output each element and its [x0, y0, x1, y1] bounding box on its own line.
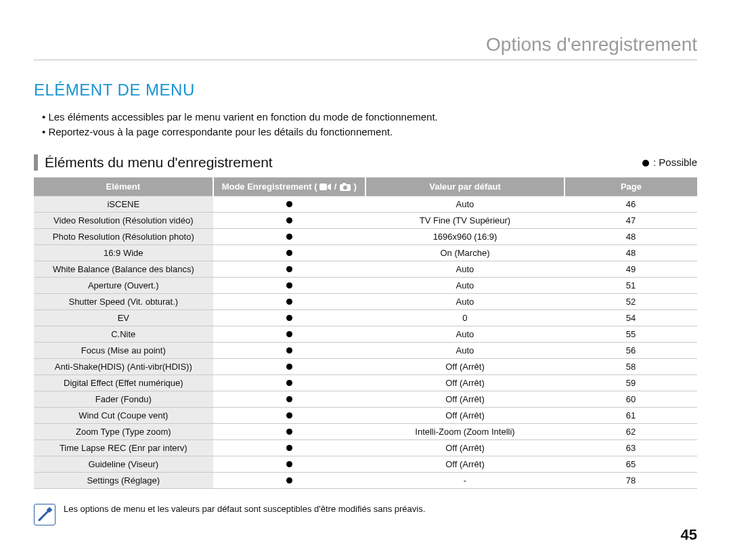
possible-dot-icon [286, 250, 292, 256]
col-mode-prefix: Mode Enregistrement ( [222, 181, 317, 192]
cell-element: Guideline (Viseur) [34, 456, 213, 472]
table-row: Fader (Fondu)Off (Arrêt)60 [34, 391, 697, 407]
cell-page: 48 [564, 228, 697, 244]
cell-page: 49 [564, 261, 697, 277]
cell-mode [213, 293, 366, 309]
cell-mode [213, 374, 366, 391]
svg-rect-0 [319, 184, 327, 190]
cell-mode [213, 391, 366, 407]
cell-page: 56 [564, 342, 697, 358]
cell-element: Video Resolution (Résolution vidéo) [34, 212, 213, 228]
page-number: 45 [681, 526, 697, 544]
col-mode: Mode Enregistrement ( / ) [213, 177, 366, 196]
table-row: 16:9 WideOn (Marche)48 [34, 244, 697, 261]
cell-element: Aperture (Ouvert.) [34, 277, 213, 293]
table-row: EV054 [34, 309, 697, 326]
table-row: Video Resolution (Résolution vidéo)TV Fi… [34, 212, 697, 228]
cell-mode [213, 277, 366, 293]
cell-element: 16:9 Wide [34, 244, 213, 261]
cell-element: Anti-Shake(HDIS) (Anti-vibr(HDIS)) [34, 358, 213, 374]
cell-default: On (Marche) [366, 244, 564, 261]
cell-page: 61 [564, 407, 697, 423]
possible-dot-icon [286, 461, 292, 467]
cell-element: Wind Cut (Coupe vent) [34, 407, 213, 423]
table-row: iSCENEAuto46 [34, 196, 697, 212]
table-row: Wind Cut (Coupe vent)Off (Arrêt)61 [34, 407, 697, 423]
table-row: Focus (Mise au point)Auto56 [34, 342, 697, 358]
cell-element: Settings (Réglage) [34, 472, 213, 488]
legend-dot-icon [642, 160, 649, 167]
table-row: Shutter Speed (Vit. obturat.)Auto52 [34, 293, 697, 309]
cell-element: Focus (Mise au point) [34, 342, 213, 358]
table-row: Time Lapse REC (Enr par interv)Off (Arrê… [34, 439, 697, 456]
section-subheading: Éléments du menu d'enregistrement [34, 154, 273, 171]
table-row: Settings (Réglage)-78 [34, 472, 697, 488]
cell-mode [213, 342, 366, 358]
cell-element: Photo Resolution (Résolution photo) [34, 228, 213, 244]
possible-dot-icon [286, 412, 292, 418]
cell-default: Off (Arrêt) [366, 358, 564, 374]
table-row: Digital Effect (Effet numérique)Off (Arr… [34, 374, 697, 391]
cell-element: White Balance (Balance des blancs) [34, 261, 213, 277]
page-title: ELÉMENT DE MENU [34, 81, 697, 100]
col-default: Valeur par défaut [366, 177, 564, 196]
cell-page: 65 [564, 456, 697, 472]
possible-dot-icon [286, 217, 292, 223]
svg-rect-2 [342, 183, 346, 185]
cell-page: 60 [564, 391, 697, 407]
table-row: Aperture (Ouvert.)Auto51 [34, 277, 697, 293]
table-row: Zoom Type (Type zoom)Intelli-Zoom (Zoom … [34, 423, 697, 439]
intro-line: Les éléments accessibles par le menu var… [42, 110, 697, 124]
possible-dot-icon [286, 299, 292, 305]
cell-page: 63 [564, 439, 697, 456]
possible-dot-icon [286, 445, 292, 451]
cell-page: 58 [564, 358, 697, 374]
cell-element: Fader (Fondu) [34, 391, 213, 407]
table-row: Anti-Shake(HDIS) (Anti-vibr(HDIS))Off (A… [34, 358, 697, 374]
col-page: Page [564, 177, 697, 196]
cell-mode [213, 261, 366, 277]
cell-page: 62 [564, 423, 697, 439]
cell-page: 48 [564, 244, 697, 261]
possible-dot-icon [286, 315, 292, 321]
possible-dot-icon [286, 396, 292, 402]
intro-line: Reportez-vous à la page correspondante p… [42, 125, 697, 139]
possible-dot-icon [286, 266, 292, 272]
possible-dot-icon [286, 331, 292, 337]
menu-table: Elément Mode Enregistrement ( / ) Valeur… [34, 177, 697, 489]
cell-element: Digital Effect (Effet numérique) [34, 374, 213, 391]
cell-default: 1696x960 (16:9) [366, 228, 564, 244]
photo-mode-icon [339, 181, 354, 192]
col-mode-sep: / [334, 181, 337, 192]
cell-default: Auto [366, 261, 564, 277]
table-row: White Balance (Balance des blancs)Auto49 [34, 261, 697, 277]
cell-mode [213, 472, 366, 488]
cell-default: TV Fine (TV Supérieur) [366, 212, 564, 228]
cell-page: 52 [564, 293, 697, 309]
possible-dot-icon [286, 380, 292, 386]
cell-default: Auto [366, 293, 564, 309]
cell-default: Off (Arrêt) [366, 439, 564, 456]
cell-page: 46 [564, 196, 697, 212]
cell-default: Off (Arrêt) [366, 374, 564, 391]
cell-element: C.Nite [34, 326, 213, 342]
cell-page: 47 [564, 212, 697, 228]
possible-dot-icon [286, 429, 292, 435]
cell-element: Zoom Type (Type zoom) [34, 423, 213, 439]
cell-mode [213, 423, 366, 439]
cell-mode [213, 309, 366, 326]
table-row: C.NiteAuto55 [34, 326, 697, 342]
cell-default: Off (Arrêt) [366, 456, 564, 472]
cell-default: Intelli-Zoom (Zoom Intelli) [366, 423, 564, 439]
possible-dot-icon [286, 234, 292, 240]
cell-element: Time Lapse REC (Enr par interv) [34, 439, 213, 456]
cell-page: 59 [564, 374, 697, 391]
video-mode-icon [319, 181, 334, 192]
cell-mode [213, 228, 366, 244]
intro-bullets: Les éléments accessibles par le menu var… [42, 110, 697, 139]
cell-mode [213, 212, 366, 228]
breadcrumb: Options d'enregistrement [34, 34, 697, 60]
footnote-text: Les options de menu et les valeurs par d… [64, 504, 425, 514]
possible-dot-icon [286, 347, 292, 353]
cell-mode [213, 326, 366, 342]
